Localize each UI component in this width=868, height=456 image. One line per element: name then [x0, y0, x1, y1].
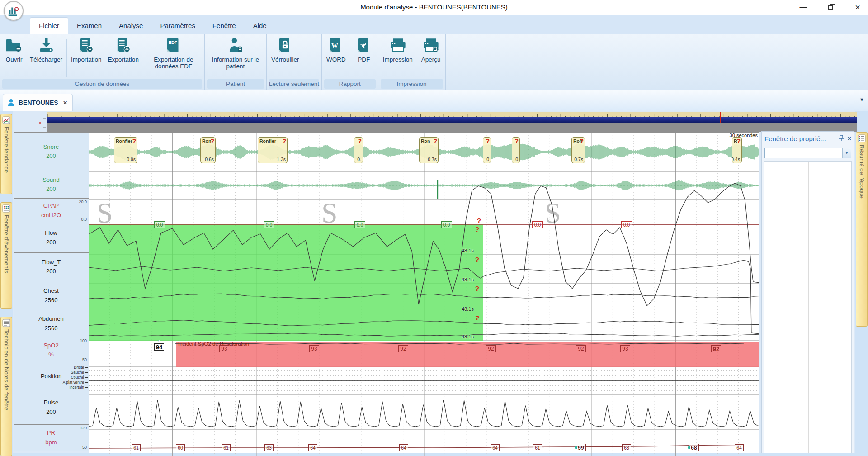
snore-event-badge[interactable]: ?0 [483, 137, 491, 163]
close-button[interactable]: × [852, 2, 863, 13]
menu-tab-paramètres[interactable]: Paramètres [151, 18, 204, 34]
snore-event-badge[interactable]: R?0.4s [732, 137, 742, 163]
ribbon-button-printer[interactable]: Impression [380, 36, 416, 63]
import-doc-icon [77, 36, 96, 55]
pr-value[interactable]: 68 [689, 444, 699, 451]
spo2-value[interactable]: 94 [154, 343, 164, 351]
pr-value[interactable]: 60 [176, 444, 185, 451]
spo2-value[interactable]: 92 [576, 345, 586, 352]
channel-label-pulse[interactable]: Pulse200 [14, 390, 89, 425]
ribbon-button-print-preview[interactable]: Aperçu [418, 36, 444, 63]
snore-event-badge[interactable]: ?0 [512, 137, 520, 163]
cpap-value-mark[interactable]: 0.0 [154, 221, 165, 228]
position-level-label: Incertain [69, 385, 88, 390]
pr-value[interactable]: 63 [622, 444, 631, 451]
menu-tab-aide[interactable]: Aide [245, 18, 275, 34]
spo2-value[interactable]: 92 [486, 345, 496, 352]
snore-event-badge[interactable]: Ronfler?1.3s [258, 137, 288, 163]
event-question-mark: ? [132, 138, 136, 145]
signal-chart-area[interactable]: SSSRonfler?0.9sRon?0.6sRonfler?1.3s?0.Ro… [89, 132, 760, 456]
event-duration: 0 [515, 157, 518, 162]
snore-event-badge[interactable]: ?0. [354, 137, 363, 163]
snore-event-badge[interactable]: Ron?0.6s [200, 137, 216, 163]
cpap-value-mark[interactable]: 0.0 [264, 221, 274, 228]
app-logo-icon[interactable] [4, 1, 24, 21]
side-tab-epoch-summary[interactable]: Résumé de l'époque [856, 132, 868, 327]
channel-label-chest[interactable]: Chest2560 [14, 281, 89, 310]
snore-event-badge[interactable]: Ronfler?0.9s [114, 137, 137, 163]
pr-value[interactable]: 64 [491, 444, 500, 451]
menu-tab-analyse[interactable]: Analyse [110, 18, 151, 34]
pr-value[interactable]: 61 [132, 444, 141, 451]
ribbon-button-pdf[interactable]: PDF [351, 36, 377, 63]
cpap-value-mark[interactable]: 0.0 [621, 221, 632, 228]
side-tab-events[interactable]: Fenêtre d'évènements [0, 202, 12, 309]
channel-label-sound[interactable]: Sound200 [14, 171, 89, 199]
spo2-value[interactable]: 93 [219, 345, 229, 352]
channel-label-snore[interactable]: Snore200 [14, 133, 89, 171]
spo2-value[interactable]: 92 [711, 345, 721, 352]
cpap-value-mark[interactable]: 0.0 [532, 221, 543, 228]
channel-scale-max: 20.0 [79, 200, 87, 204]
channel-label-pr[interactable]: PRbpm12050 [14, 425, 89, 451]
title-bar: Module d'analyse - BENTOUNES(BENTOUNES) … [0, 0, 868, 15]
timeline-cursor[interactable] [720, 112, 721, 124]
snore-event-badge[interactable]: Ron?0.7s [419, 137, 439, 163]
event-question-mark: ? [580, 138, 584, 145]
channel-label-abdomen[interactable]: Abdomen2560 [14, 310, 89, 337]
pr-value[interactable]: 64 [735, 444, 744, 451]
properties-combobox[interactable]: ▼ [764, 148, 851, 158]
channel-label-spo2[interactable]: SpO2%10050 [14, 337, 89, 363]
timeline-band[interactable] [47, 117, 857, 123]
event-duration: 0 [486, 157, 489, 162]
properties-panel-title: Fenêtre de proprié... [764, 135, 835, 142]
menu-tab-examen[interactable]: Examen [68, 18, 110, 34]
combobox-arrow-icon[interactable]: ▼ [842, 148, 851, 158]
snore-event-badge[interactable]: Ron?0.7s [571, 137, 585, 163]
channel-label-flow[interactable]: Flow200 [14, 223, 89, 253]
desaturation-event-label: Incident SpO2 de Désaturation [178, 341, 249, 347]
pr-value[interactable]: 64 [399, 444, 408, 451]
channel-name: Flow200 [45, 228, 57, 247]
epoch-ruler[interactable] [47, 112, 857, 117]
pr-value[interactable]: 61 [222, 444, 231, 451]
tab-close-icon[interactable]: × [63, 99, 67, 106]
channel-label-position[interactable]: PositionDroiteGaucheCouchéA plat ventreI… [14, 363, 89, 390]
side-tab-notes[interactable]: Technicien de Notes de fenêtre [0, 317, 12, 456]
cpap-value-mark[interactable]: 0.0 [441, 221, 452, 228]
overview-timeline[interactable]: 23:4500:1500:4501:1501:4502:1502:4503:15… [47, 112, 857, 132]
pr-value[interactable]: 63 [264, 444, 274, 451]
spo2-value[interactable]: 92 [398, 345, 408, 352]
menu-tab-fenêtre[interactable]: Fenêtre [204, 18, 245, 34]
minimize-button[interactable]: — [797, 2, 809, 13]
spo2-value[interactable]: 93 [620, 345, 630, 352]
channel-label-flow_t[interactable]: Flow_T200 [14, 253, 89, 281]
ribbon-button-export-doc[interactable]: Exportation [105, 36, 142, 63]
ribbon-button-folder-open[interactable]: Ouvrir [1, 36, 27, 63]
cpap-value-mark[interactable]: 0.0 [354, 221, 365, 228]
spo2-value[interactable]: 93 [309, 345, 319, 352]
panel-close-icon[interactable]: × [848, 135, 851, 142]
ribbon-button-download[interactable]: Télécharger [27, 36, 66, 63]
channel-label-cpap[interactable]: CPAPcmH2O20.00.0 [14, 199, 89, 223]
pr-value[interactable]: 64 [308, 444, 317, 451]
restore-button[interactable] [825, 2, 836, 13]
ribbon-button-label: Exportation [108, 56, 139, 63]
timeline-left-marks [35, 113, 47, 131]
ribbon-button-label: Exportation de données EDF [147, 56, 200, 70]
ribbon-button-label: Information sur le patient [209, 56, 262, 70]
pr-value[interactable]: 61 [533, 444, 542, 451]
tab-overflow-icon[interactable]: ▼ [859, 97, 864, 102]
ribbon-button-import-doc[interactable]: Importation [68, 36, 105, 63]
ribbon-button-patient[interactable]: Information sur le patient [206, 36, 265, 70]
menu-tab-fichier[interactable]: Fichier [30, 17, 68, 34]
ribbon-button-lock[interactable]: Vérrouiller [268, 36, 302, 63]
ribbon-button-edf-file[interactable]: EDFExportation de données EDF [144, 36, 203, 70]
side-tab-trend[interactable]: Fenêtre tendance [0, 114, 12, 194]
document-tab-bar: BENTOUNES × ▼ [0, 90, 868, 111]
pin-icon[interactable] [839, 135, 844, 142]
ribbon-button-word[interactable]: WWORD [323, 36, 349, 63]
pr-value[interactable]: 59 [576, 444, 586, 451]
channel-label-column: Snore200Sound200CPAPcmH2O20.00.0Flow200F… [14, 132, 89, 451]
document-tab-bentounes[interactable]: BENTOUNES × [3, 94, 73, 111]
